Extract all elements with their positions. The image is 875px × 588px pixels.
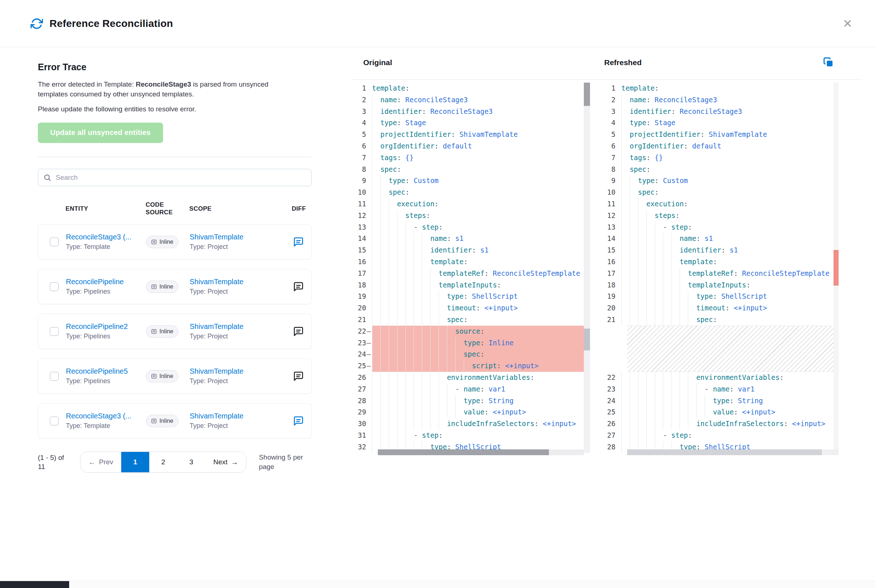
original-horizontal-scrollbar[interactable] [378,449,584,455]
code-text: type: Stage [621,117,839,129]
code-text: name: s1 [621,233,839,244]
code-line: 15 identifier: s1 [601,244,839,256]
code-text: environmentVariables: [621,372,839,384]
code-line: 15 identifier: s1 [351,244,590,256]
row-checkbox[interactable] [50,372,59,381]
entity-link[interactable]: ReconcileStage3 (... [66,233,146,241]
entity-link[interactable]: ReconcilePipeline5 [66,367,146,375]
entity-link[interactable]: ReconcilePipeline2 [66,322,146,331]
code-text: templateInputs: [372,279,590,291]
scope-link[interactable]: ShivamTemplate [190,367,286,375]
code-text: - step: [621,222,839,233]
diff-note-icon[interactable] [293,416,304,426]
update-all-unsynced-button[interactable]: Update all unsynced entities [38,123,163,143]
code-text: templateInputs: [621,279,839,291]
scope-link[interactable]: ShivamTemplate [190,412,286,420]
inline-source-icon [151,239,157,245]
table-row: ReconcileStage3 (...Type: TemplateInline… [38,224,312,260]
entity-table-header: ENTITY CODE SOURCE SCOPE DIFF [38,201,312,216]
diff-note-icon[interactable] [293,237,304,248]
code-line: 17 templateRef: ReconcileStepTemplate [351,268,590,279]
line-number: 26 [351,372,372,384]
diff-note-icon[interactable] [293,281,304,292]
page-button-1[interactable]: 1 [121,452,149,472]
entity-link[interactable]: ReconcilePipeline [66,278,146,286]
refreshed-panel-title: Refreshed [604,58,642,67]
line-number: 4 [351,117,372,129]
page-button-2[interactable]: 2 [149,452,177,472]
row-checkbox[interactable] [50,238,59,246]
row-checkbox[interactable] [50,327,59,336]
code-text: tags: {} [621,152,839,164]
code-line: 26 includeInfraSelectors: <+input> [601,418,839,430]
arrow-left-icon: ← [89,458,96,466]
line-number: 18 [601,279,621,291]
entity-link[interactable]: ReconcileStage3 (... [66,412,146,420]
line-number: 9 [351,175,372,187]
scope-link[interactable]: ShivamTemplate [190,278,286,286]
close-icon[interactable]: ✕ [840,16,855,32]
scrollbar-thumb[interactable] [584,82,590,106]
background-strip [0,581,875,588]
code-line: 26 environmentVariables: [351,372,590,384]
scrollbar-thumb[interactable] [627,449,822,455]
row-checkbox[interactable] [50,417,59,425]
code-line-removed: 25– script: <+input> [351,360,590,372]
line-number: 22– [351,326,372,337]
scope-link[interactable]: ShivamTemplate [190,322,286,331]
code-text: - step: [372,222,590,233]
page-buttons: 123 [121,452,205,472]
line-number: 14 [351,233,372,244]
refreshed-vertical-scrollbar[interactable] [833,82,839,453]
scope-link[interactable]: ShivamTemplate [190,233,286,241]
code-text: spec: [621,314,839,326]
line-number: 6 [601,141,621,152]
code-text: spec: [621,164,839,176]
line-number: 14 [601,233,621,244]
error-trace-panel: Error Trace The error detected in Templa… [38,47,312,472]
scrollbar-thumb[interactable] [378,449,549,455]
next-page-button[interactable]: Next→ [205,452,246,472]
code-text: value: <+input> [621,406,839,418]
diff-note-icon[interactable] [293,326,304,337]
code-line: 11 execution: [351,198,590,210]
original-vertical-scrollbar[interactable] [584,82,590,453]
page-button-3[interactable]: 3 [177,452,205,472]
copy-icon[interactable] [823,57,834,69]
line-number: 24– [351,349,372,360]
line-number: 5 [601,129,621,141]
diff-note-icon[interactable] [293,371,304,382]
code-text: - name: var1 [372,384,590,395]
diff-header: Original Refreshed [351,47,862,80]
code-line: 5 projectIdentifier: ShivamTemplate [351,129,590,141]
code-text: spec: [621,187,839,198]
error-trace-heading: Error Trace [38,62,312,72]
code-line: 27 - step: [601,430,839,441]
code-line: 19 type: ShellScript [601,291,839,302]
code-line: 13 - step: [351,222,590,233]
code-line: 4 type: Stage [601,117,839,129]
line-number: 21 [601,314,621,326]
code-text: type: String [372,395,590,407]
code-text: type: Inline [372,337,590,349]
line-number: 11 [601,198,621,210]
row-checkbox[interactable] [50,282,59,291]
line-number: 27 [601,430,621,441]
refreshed-horizontal-scrollbar[interactable] [627,449,839,455]
code-text: steps: [621,210,839,222]
line-number: 32 [351,441,372,453]
code-line: 13 - step: [601,222,839,233]
code-text: includeInfraSelectors: <+input> [621,418,839,430]
prev-page-button[interactable]: ←Prev [80,452,121,472]
refreshed-code: 1template:2 name: ReconcileStage33 ident… [601,80,839,453]
line-number: 2 [601,94,621,106]
entity-table-rows: ReconcileStage3 (...Type: TemplateInline… [38,224,312,438]
diff-removed-gap [627,326,839,372]
line-number: 1 [601,82,621,94]
template-name-bold: ReconcileStage3 [136,80,191,88]
line-number: 11 [351,198,372,210]
original-code-pane: 1template:2 name: ReconcileStage33 ident… [351,80,590,588]
code-source-badge: Inline [146,280,179,293]
code-line: 2 name: ReconcileStage3 [601,94,839,106]
search-input[interactable] [55,173,306,182]
